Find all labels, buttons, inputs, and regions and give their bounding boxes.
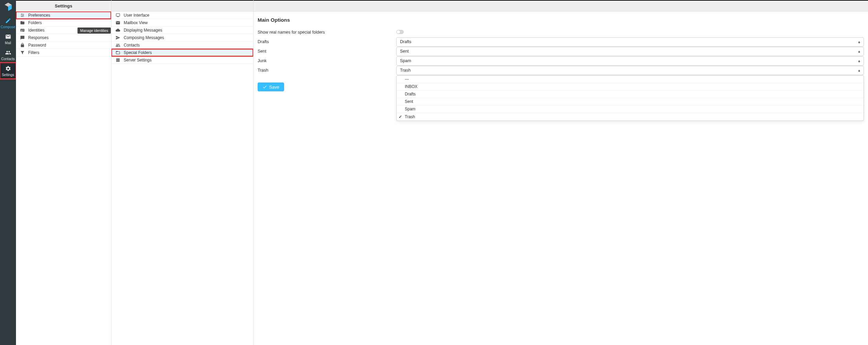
sliders-icon: [20, 13, 25, 18]
preferences-header: [111, 0, 253, 12]
lock-icon: [20, 43, 25, 48]
row-label: Drafts: [258, 39, 396, 44]
svg-rect-5: [23, 30, 24, 30]
prefs-item-displaying-messages[interactable]: Displaying Messages: [111, 26, 253, 34]
taskbar-mail-label: Mail: [5, 41, 11, 45]
taskbar-contacts-label: Contacts: [1, 57, 15, 61]
dropdown-option-spam[interactable]: Spam: [397, 106, 864, 113]
svg-point-0: [21, 14, 22, 14]
svg-rect-8: [116, 59, 120, 60]
dropdown-option-sent[interactable]: Sent: [397, 98, 864, 106]
select-junk[interactable]: Spam: [396, 56, 864, 66]
prefs-item-label: Special Folders: [124, 50, 152, 55]
taskbar-compose-label: Compose: [1, 25, 15, 29]
prefs-item-composing-messages[interactable]: Composing Messages: [111, 34, 253, 41]
check-icon: [262, 85, 267, 89]
save-button-label: Save: [269, 85, 279, 90]
app-logo: [3, 1, 14, 12]
prefs-item-label: Server Settings: [124, 58, 152, 62]
dropdown-option-inbox[interactable]: INBOX: [397, 83, 864, 91]
section-title: Main Options: [258, 17, 864, 23]
toggle-show-real-names[interactable]: [396, 30, 404, 34]
settings-item-label: Preferences: [28, 13, 50, 18]
cloud-down-icon: [116, 28, 120, 33]
taskbar-contacts[interactable]: Contacts: [0, 47, 16, 63]
folder-open-icon: [116, 50, 120, 55]
prefs-item-label: Displaying Messages: [124, 28, 162, 33]
row-trash: Trash Trash --- INBOX Drafts Sent Spam T…: [258, 66, 864, 75]
taskbar-settings-label: Settings: [2, 73, 14, 77]
settings-item-label: Password: [28, 43, 46, 48]
prefs-item-label: User Interface: [124, 13, 149, 18]
select-sent[interactable]: Sent: [396, 47, 864, 56]
settings-item-label: Folders: [28, 20, 42, 25]
server-icon: [116, 58, 120, 62]
dropdown-option-trash[interactable]: Trash: [397, 113, 864, 121]
preferences-list: User Interface Mailbox View Displaying M…: [111, 12, 253, 345]
prefs-item-user-interface[interactable]: User Interface: [111, 12, 253, 19]
svg-rect-7: [116, 58, 120, 59]
svg-point-1: [23, 15, 23, 15]
taskbar-settings[interactable]: Settings: [0, 63, 16, 79]
tooltip-manage-identities: Manage identities: [77, 28, 111, 34]
preferences-column: User Interface Mailbox View Displaying M…: [111, 0, 254, 345]
main-column: Main Options Show real names for special…: [254, 0, 868, 345]
row-show-real-names: Show real names for special folders: [258, 28, 864, 37]
settings-list: Preferences Folders Identities Manage id…: [16, 12, 111, 345]
dropdown-option-drafts[interactable]: Drafts: [397, 91, 864, 98]
main-header: [254, 0, 868, 12]
taskbar: Compose Mail Contacts Settings: [0, 0, 16, 345]
svg-point-4: [21, 30, 22, 30]
row-label: Trash: [258, 68, 396, 73]
save-button[interactable]: Save: [258, 83, 284, 91]
toggle-label: Show real names for special folders: [258, 30, 396, 35]
row-junk: Junk Spam: [258, 56, 864, 66]
paper-plane-icon: [116, 35, 120, 40]
settings-column: Settings Preferences Folders Identities …: [16, 0, 111, 345]
settings-item-label: Responses: [28, 35, 49, 40]
prefs-item-label: Mailbox View: [124, 20, 147, 25]
taskbar-compose[interactable]: Compose: [0, 15, 16, 31]
settings-item-folders[interactable]: Folders: [16, 19, 111, 26]
prefs-item-contacts[interactable]: Contacts: [111, 41, 253, 49]
envelope-icon: [116, 20, 120, 25]
main-body: Main Options Show real names for special…: [254, 12, 868, 345]
row-label: Sent: [258, 49, 396, 54]
prefs-item-label: Contacts: [124, 43, 140, 48]
comment-icon: [20, 35, 25, 40]
prefs-item-server-settings[interactable]: Server Settings: [111, 56, 253, 64]
row-label: Junk: [258, 58, 396, 63]
taskbar-mail[interactable]: Mail: [0, 31, 16, 47]
row-drafts: Drafts Drafts: [258, 37, 864, 47]
svg-rect-9: [116, 61, 120, 61]
row-sent: Sent Sent: [258, 47, 864, 56]
settings-item-label: Filters: [28, 50, 39, 55]
svg-point-2: [22, 16, 22, 17]
select-drafts[interactable]: Drafts: [396, 37, 864, 47]
settings-item-identities[interactable]: Identities Manage identities: [16, 26, 111, 34]
prefs-item-mailbox-view[interactable]: Mailbox View: [111, 19, 253, 26]
dropdown-trash: --- INBOX Drafts Sent Spam Trash: [396, 75, 864, 121]
svg-rect-6: [23, 30, 24, 31]
folder-icon: [20, 20, 25, 25]
id-card-icon: [20, 28, 25, 33]
users-icon: [116, 43, 120, 48]
settings-header: Settings: [16, 0, 111, 12]
settings-item-responses[interactable]: Responses: [16, 34, 111, 41]
monitor-icon: [116, 13, 120, 18]
select-trash[interactable]: Trash: [396, 66, 864, 75]
prefs-item-label: Composing Messages: [124, 35, 164, 40]
settings-item-filters[interactable]: Filters: [16, 49, 111, 56]
filter-icon: [20, 50, 25, 55]
prefs-item-special-folders[interactable]: Special Folders: [111, 49, 253, 56]
settings-item-preferences[interactable]: Preferences: [16, 12, 111, 19]
dropdown-option-none[interactable]: ---: [397, 76, 864, 83]
settings-item-label: Identities: [28, 28, 45, 33]
settings-item-password[interactable]: Password: [16, 41, 111, 49]
